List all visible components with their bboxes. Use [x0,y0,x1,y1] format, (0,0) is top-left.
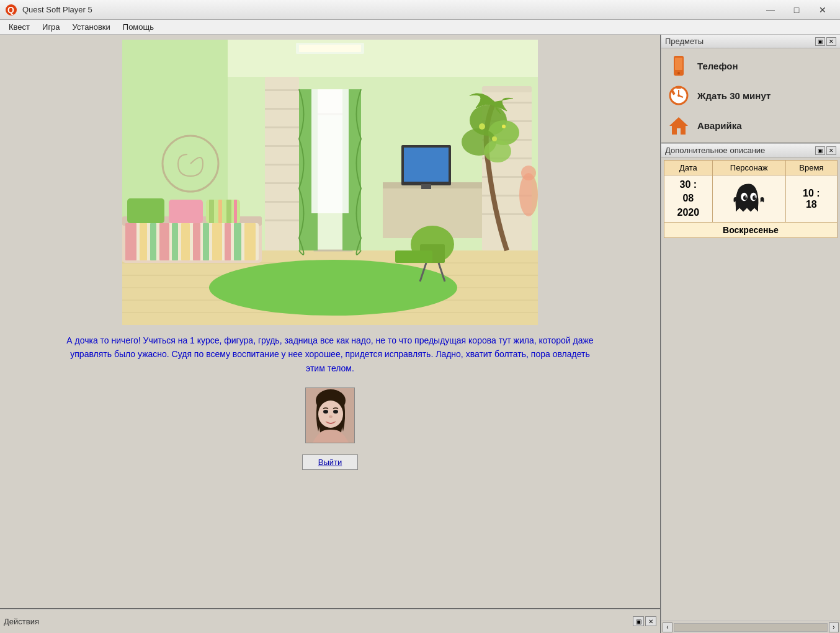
menu-item-settings[interactable]: Установки [66,21,117,33]
svg-rect-66 [169,200,203,223]
svg-point-102 [753,195,756,200]
svg-rect-60 [203,223,209,260]
maximize-button[interactable]: □ [784,1,809,19]
svg-rect-41 [404,148,449,182]
house-icon [668,114,690,136]
actions-panel-controls: ▣ ✕ [633,616,656,626]
svg-point-13 [209,260,457,316]
time-value: 10 :18 [785,175,837,223]
exit-button[interactable]: Выйти [302,454,358,470]
menu-item-game[interactable]: Игра [36,21,66,33]
item-house-label: Аварийка [697,120,742,131]
desc-close-btn[interactable]: ✕ [826,146,836,155]
svg-rect-71 [234,200,237,223]
item-phone-label: Телефон [697,61,738,71]
svg-rect-54 [140,223,147,260]
svg-point-101 [743,195,747,200]
window-controls: — □ ✕ [758,1,835,19]
svg-rect-22 [265,219,299,221]
svg-point-88 [329,415,333,418]
svg-rect-64 [244,223,256,260]
app-logo: Q [5,4,17,16]
character-icon-cell [712,175,785,223]
col-time: Время [785,161,837,175]
svg-point-86 [323,410,328,414]
content-scroll[interactable]: А дочка то ничего! Учиться на 1 курсе, ф… [0,35,660,608]
svg-rect-65 [127,198,164,223]
close-button[interactable]: ✕ [810,1,835,19]
menu-item-help[interactable]: Помощь [117,21,160,33]
menu-item-quest[interactable]: Квест [2,21,36,33]
action-buttons: Выйти [0,449,660,480]
scene-image-container [0,35,660,327]
svg-rect-21 [265,201,299,203]
desc-panel-controls: ▣ ✕ [815,146,836,155]
items-panel-title: Предметы [665,37,704,46]
item-phone[interactable]: Телефон [661,51,840,81]
desc-content: Дата Персонаж Время 30 :082020 [661,157,840,621]
scroll-left-button[interactable]: ‹ [663,622,672,632]
svg-rect-28 [311,89,349,213]
scene-image [122,40,538,325]
item-clock[interactable]: Ждать 30 минут [661,81,840,110]
date-value: 30 :082020 [664,175,713,223]
items-close-btn[interactable]: ✕ [826,37,836,46]
right-panel: Предметы ▣ ✕ Телефон [660,35,840,633]
desc-panel-header: Дополнительное описание ▣ ✕ [661,144,840,157]
actions-close-button[interactable]: ✕ [645,616,656,626]
svg-rect-19 [265,164,299,166]
svg-point-76 [479,123,485,130]
svg-rect-15 [265,89,299,91]
svg-rect-53 [125,223,136,260]
svg-rect-96 [676,86,681,89]
item-house[interactable]: Аварийка [661,110,840,140]
scroll-right-button[interactable]: › [829,622,839,632]
svg-rect-90 [675,58,682,70]
desc-panel: Дополнительное описание ▣ ✕ Дата Персона… [661,144,840,621]
svg-rect-42 [421,184,431,189]
svg-point-80 [521,166,536,180]
svg-rect-17 [265,126,299,128]
svg-rect-55 [150,223,156,260]
svg-point-77 [492,136,497,141]
minimize-button[interactable]: — [758,1,783,19]
svg-rect-20 [265,182,299,184]
svg-rect-57 [172,223,178,260]
svg-rect-37 [482,86,532,92]
actions-restore-button[interactable]: ▣ [633,616,644,626]
items-panel: Предметы ▣ ✕ Телефон [661,35,840,144]
window-title: Quest Soft Player 5 [22,5,758,14]
col-date: Дата [664,161,713,175]
weekday-value: Воскресенье [664,223,838,238]
actions-panel: Действия ▣ ✕ [0,608,660,633]
svg-point-91 [677,72,680,74]
svg-point-95 [677,94,680,97]
actions-panel-title: Действия [4,617,39,626]
svg-rect-69 [218,200,222,223]
svg-rect-18 [265,145,299,147]
svg-point-103 [746,196,747,197]
menu-bar: Квест Игра Установки Помощь [0,20,840,35]
clock-icon [668,84,690,107]
main-area: А дочка то ничего! Учиться на 1 курсе, ф… [0,35,840,633]
items-panel-controls: ▣ ✕ [815,37,836,46]
right-panel-scrollbar: ‹ › [661,621,840,633]
svg-point-87 [333,410,338,414]
items-panel-header: Предметы ▣ ✕ [661,35,840,48]
svg-rect-56 [159,223,169,260]
item-list: Телефон Ж [661,48,840,143]
desc-panel-title: Дополнительное описание [665,146,765,155]
svg-rect-58 [181,223,190,260]
items-restore-btn[interactable]: ▣ [815,37,825,46]
svg-rect-63 [234,223,241,260]
phone-icon [668,55,690,77]
narrative-text: А дочка то ничего! Учиться на 1 курсе, ф… [51,327,609,381]
svg-rect-70 [226,200,231,223]
svg-rect-16 [265,108,299,110]
svg-marker-98 [669,117,688,135]
scroll-track[interactable] [674,623,828,632]
desc-restore-btn[interactable]: ▣ [815,146,825,155]
svg-rect-47 [395,250,432,263]
svg-rect-61 [212,223,222,260]
svg-point-75 [484,140,511,162]
